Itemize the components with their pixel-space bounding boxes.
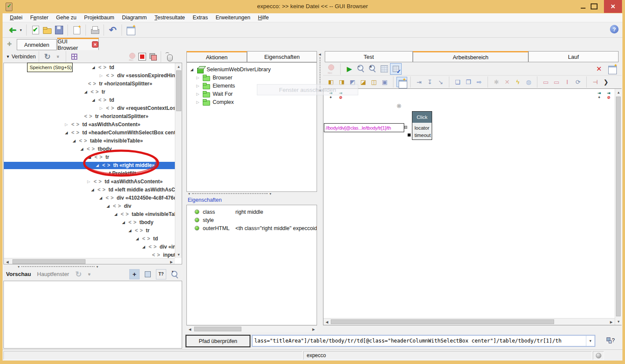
caret-expanded-icon[interactable]: ◢ (122, 218, 128, 227)
tab-lauf[interactable]: Lauf (528, 51, 619, 62)
zoom-in-icon[interactable]: + (367, 63, 378, 75)
menu-item-datei[interactable]: Datei (6, 15, 26, 21)
tree-row[interactable]: ◢< >td (4, 96, 175, 104)
properties-splitter-handle[interactable]: ▼▼ (188, 192, 272, 195)
tree-row[interactable]: ▷< >td «asWidthAsContent» (4, 178, 175, 186)
tree-row[interactable]: ◢< >tr (4, 88, 175, 96)
property-row[interactable]: classright middle (187, 208, 317, 216)
connect-button[interactable]: Verbinden (12, 54, 36, 60)
caret-expanded-icon[interactable]: ◢ (114, 210, 121, 218)
scroll-right-icon[interactable]: ▶ (310, 326, 317, 333)
move-anchor-icon[interactable]: ⇥+ (596, 91, 603, 100)
tree-row[interactable]: < >input «▾ (4, 251, 175, 259)
tree-row[interactable]: ▷< >td «asWidthAsContent» (4, 121, 175, 129)
caret-collapsed-icon[interactable]: ▷ (196, 92, 203, 96)
caret-expanded-icon[interactable]: ◢ (73, 137, 79, 145)
refresh-dropdown-icon[interactable]: « (52, 52, 63, 62)
tree-row[interactable]: ◢< >tr (4, 153, 175, 161)
run-icon[interactable]: ▶ (344, 63, 355, 75)
undo-icon[interactable]: ↶ (107, 24, 119, 36)
gear-icon[interactable]: ❋ (396, 103, 402, 109)
scrollbar-thumb[interactable] (176, 70, 181, 111)
scroll-left-icon[interactable]: ◀ (323, 318, 330, 325)
delete-icon[interactable]: ✕ (593, 63, 605, 75)
menu-item-erweiterungen[interactable]: Erweiterungen (212, 15, 254, 21)
back-dropdown-icon[interactable]: ▾ (18, 24, 23, 36)
tab-anmelden[interactable]: Anmelden (17, 39, 57, 50)
add-tab-button[interactable]: ✚ (5, 39, 14, 48)
tree-vertical-scrollbar[interactable]: ▲ ▼ (175, 63, 182, 258)
insert-input-pin-icon[interactable]: ⇥ (414, 77, 424, 87)
block-title[interactable]: Click (412, 112, 432, 123)
tree-row[interactable]: ◢< >tbody (4, 145, 175, 153)
search-icon[interactable]: ▾ (169, 269, 180, 279)
tree-row[interactable]: < >tr «horizontalSplitter» (4, 80, 175, 88)
caret-collapsed-icon[interactable]: ▷ (196, 100, 203, 104)
workspace-horizontal-scrollbar[interactable]: ◀ ▶ (323, 318, 615, 325)
identify-text-icon[interactable]: T? (156, 269, 166, 279)
xpath-value[interactable]: lass="titleArea"]/table/tbody/tr/td[@cla… (253, 338, 586, 344)
new-diagram-window-icon[interactable] (607, 63, 618, 75)
tab-aktionen[interactable]: Aktionen (186, 51, 247, 62)
add-connection-icon[interactable]: ⇨ (474, 77, 485, 87)
tab-arbeitsbereich[interactable]: Arbeitsbereich (413, 51, 528, 62)
scrollbar-thumb[interactable] (331, 319, 554, 324)
select-region-icon[interactable] (143, 269, 153, 279)
new-window-icon[interactable] (71, 24, 82, 36)
scrollbar-thumb[interactable] (616, 97, 621, 316)
verify-document-icon[interactable] (30, 24, 41, 36)
workspace-vertical-scrollbar[interactable]: ▲ ▼ (615, 89, 622, 325)
caret-collapsed-icon[interactable]: ▷ (87, 178, 94, 186)
caret-expanded-icon[interactable]: ◢ (99, 194, 106, 202)
caret-collapsed-icon[interactable]: ▷ (100, 104, 106, 112)
click-action-block[interactable]: Click locator timeout (412, 111, 432, 140)
pin-top-icon[interactable]: ▭ (540, 77, 551, 87)
tree-row[interactable]: ◢< >table «invisibleTable» (4, 137, 175, 145)
tree-row[interactable]: ◢< >td «headerColumnWithSelectBox center… (4, 129, 175, 137)
caret-expanded-icon[interactable]: ◢ (88, 153, 95, 161)
xpath-input[interactable]: lass="titleArea"]/table/tbody/tr/td[@cla… (252, 335, 595, 347)
preview-title[interactable]: Vorschau (6, 271, 31, 277)
properties-list[interactable]: classright middlestyleouterHTML<th class… (186, 205, 317, 325)
help-icon[interactable]: ? (610, 25, 619, 33)
add-frame-icon[interactable]: ❐ (463, 77, 474, 87)
caret-collapsed-icon[interactable]: ▷ (100, 72, 106, 80)
menu-item-extras[interactable]: Extras (189, 15, 212, 21)
xpath-dropdown-icon[interactable]: ▼ (586, 336, 595, 346)
verify-path-icon[interactable] (606, 337, 616, 345)
caret-expanded-icon[interactable]: ◢ (92, 64, 98, 72)
forbid-anchor-icon[interactable]: ⇥⊘ (605, 91, 612, 100)
insert-step-icon[interactable]: ↧ (424, 77, 435, 87)
scroll-left-icon[interactable]: ◀ (186, 326, 193, 333)
scroll-down-icon[interactable]: ▼ (615, 318, 622, 325)
tree-row[interactable]: ▷< >div «sessionExpiredHint» (4, 72, 175, 80)
caret-expanded-icon[interactable]: ◢ (136, 235, 142, 243)
tree-row[interactable]: ◢< >td (4, 235, 175, 243)
stop-record-icon[interactable] (137, 52, 147, 62)
crosshair-icon[interactable]: + (129, 269, 140, 279)
rotate-icon[interactable]: ⟳ (573, 77, 583, 87)
tree-row[interactable]: ◢< >tr (4, 227, 175, 235)
actions-folder-row[interactable]: ▷Browser (187, 73, 317, 82)
tree-row[interactable]: < >tr «horizontalSplitter» (4, 112, 175, 121)
add-block-icon[interactable]: ❏ (452, 77, 463, 87)
actions-folder-row[interactable]: ▷Complex (187, 98, 317, 106)
diagram-workspace[interactable]: ⇥+ ⇥⊘ ⇥+ ⇥⊘ ❋ Click locator timeout //bo… (323, 88, 622, 325)
menu-item-fenster[interactable]: Fenster (26, 15, 52, 21)
tree-row[interactable]: ◢< >tbody (4, 218, 175, 227)
preview-subtitle[interactable]: Hauptfenster (37, 271, 69, 277)
scroll-left-icon[interactable]: ◀ (4, 258, 11, 264)
save-icon[interactable] (53, 24, 64, 36)
caret-expanded-icon[interactable]: ◢ (107, 202, 113, 210)
properties-horizontal-scrollbar[interactable]: ◀ ▶ (186, 325, 317, 332)
menu-item-gehe-zu[interactable]: Gehe zu (52, 15, 80, 21)
caret-expanded-icon[interactable]: ◢ (190, 67, 197, 72)
print-icon[interactable] (89, 24, 101, 36)
tree-row[interactable]: ◢< >th «right middle» (4, 161, 175, 170)
align-middle-icon[interactable]: ◫ (369, 77, 379, 87)
dom-tree[interactable]: ▲ ▼ ◀ ▶ ◢< >td▷< >div «sessionExpiredHin… (3, 63, 182, 264)
align-bottom-icon[interactable]: ◪ (358, 77, 369, 87)
gear-pin-icon[interactable]: ✱ (491, 77, 502, 87)
scrollbar-thumb[interactable] (194, 327, 241, 331)
actions-root-row[interactable]: ◢SeleniumWebDriverLibrary (187, 65, 317, 73)
